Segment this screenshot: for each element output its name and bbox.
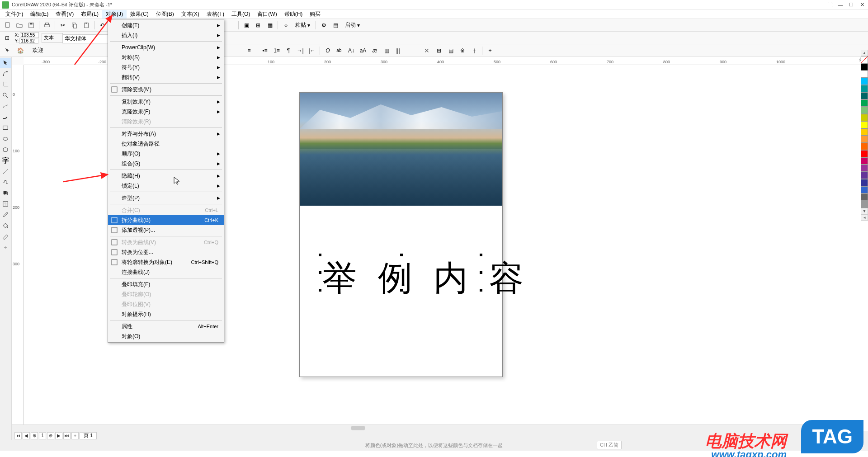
menu-item[interactable]: 符号(Y)▶ [108, 62, 224, 72]
copy-icon[interactable] [70, 20, 80, 30]
palette-expand-icon[interactable]: ◂ [861, 214, 868, 221]
selection-handle[interactable] [480, 289, 482, 292]
selection-handle[interactable] [319, 289, 321, 292]
columns-icon[interactable]: ▥ [382, 46, 392, 56]
open-icon[interactable] [14, 20, 24, 30]
y-input[interactable] [19, 38, 38, 44]
fullscreen-icon[interactable]: ▣ [241, 20, 251, 30]
pick-tool-icon[interactable] [0, 58, 11, 68]
text-a-icon[interactable]: A↓ [346, 46, 356, 56]
menu-item[interactable]: 创建(T)▶ [108, 20, 224, 30]
menu-item[interactable]: 叠印填充(F) [108, 279, 224, 289]
maximize-icon[interactable]: ☐ [847, 1, 855, 9]
connector-icon[interactable] [0, 177, 11, 187]
menu-item[interactable]: 对象(O) [108, 331, 224, 341]
shape-tool-icon[interactable] [0, 69, 11, 79]
color-swatch[interactable] [861, 143, 868, 150]
color-swatch[interactable] [861, 99, 868, 107]
home-icon[interactable]: 🏠 [15, 46, 25, 56]
menu-file[interactable]: 文件(F) [2, 10, 27, 19]
menu-item[interactable]: 属性Alt+Enter [108, 321, 224, 331]
menu-bitmap[interactable]: 位图(B) [152, 10, 178, 19]
menu-item[interactable]: 连接曲线(J) [108, 267, 224, 277]
text-a2-icon[interactable]: aA [358, 46, 368, 56]
menu-window[interactable]: 窗口(W) [254, 10, 280, 19]
menu-item[interactable]: 对齐与分布(A)▶ [108, 129, 224, 139]
launch-dropdown[interactable]: 启动 ▾ [342, 20, 363, 30]
ellipse-tool-icon[interactable] [0, 134, 11, 144]
color-swatch[interactable] [861, 193, 868, 201]
menu-item[interactable]: 翻转(V)▶ [108, 72, 224, 82]
menu-item[interactable]: 使对象适合路径 [108, 139, 224, 149]
menu-item[interactable]: 清除变换(M) [108, 85, 224, 94]
menu-object[interactable]: 对象(J) [102, 10, 127, 19]
color-swatch[interactable] [861, 128, 868, 136]
no-color-swatch[interactable] [861, 56, 868, 63]
new-doc-icon[interactable] [3, 20, 13, 30]
origin-icon[interactable]: ⊡ [3, 33, 12, 43]
transparency-icon[interactable] [0, 199, 11, 209]
color-swatch[interactable] [861, 92, 868, 99]
menu-table[interactable]: 表格(T) [203, 10, 228, 19]
menu-item[interactable]: 隐藏(H)▶ [108, 171, 224, 181]
menu-item[interactable]: 添加透视(P)... [108, 225, 224, 235]
color-swatch[interactable] [861, 121, 868, 128]
menu-layout[interactable]: 布局(L) [77, 10, 102, 19]
freehand-tool-icon[interactable] [0, 101, 11, 111]
menu-item[interactable]: 组合(G)▶ [108, 159, 224, 169]
horizontal-scrollbar[interactable] [12, 424, 861, 431]
add-tool-icon[interactable]: ＋ [0, 242, 11, 252]
selection-handle[interactable] [400, 289, 403, 292]
ab-icon[interactable]: ab| [335, 46, 344, 56]
selection-handle[interactable] [480, 254, 482, 256]
text-dir-icon[interactable]: ‖| [393, 46, 403, 56]
scrollbar-thumb[interactable] [351, 426, 365, 430]
add-page-after-icon[interactable]: ⊕ [47, 432, 54, 439]
color-swatch[interactable] [861, 136, 868, 143]
shrink-icon[interactable]: ⛶ [826, 1, 834, 9]
paste-dropdown[interactable]: 粘贴 ▾ [292, 20, 313, 30]
wrap-icon[interactable]: ▤ [446, 46, 456, 56]
menu-effect[interactable]: 效果(C) [127, 10, 152, 19]
menu-item[interactable]: 克隆效果(F)▶ [108, 107, 224, 117]
eyedropper-icon[interactable] [0, 210, 11, 220]
menu-item[interactable]: 锁定(L)▶ [108, 181, 224, 191]
close-icon[interactable]: ✕ [858, 1, 866, 9]
color-swatch[interactable] [861, 150, 868, 157]
indent-inc-icon[interactable]: →| [295, 46, 305, 56]
color-swatch[interactable] [861, 165, 868, 172]
snap-icon[interactable]: ⟐ [281, 20, 291, 30]
crop-tool-icon[interactable] [0, 80, 11, 90]
cut-icon[interactable]: ✂ [58, 20, 68, 30]
color-swatch[interactable] [861, 63, 868, 71]
palette-up-icon[interactable]: ▲ [861, 50, 868, 56]
color-swatch[interactable] [861, 85, 868, 92]
menu-help[interactable]: 帮助(H) [281, 10, 307, 19]
outline-tool-icon[interactable] [0, 231, 11, 241]
order-icon[interactable]: ※ [458, 46, 467, 56]
undo-icon[interactable]: ↶ [97, 20, 107, 30]
paste-icon[interactable] [81, 20, 91, 30]
first-page-icon[interactable]: ⏮ [14, 432, 22, 439]
selection-handle[interactable] [400, 254, 403, 256]
menu-item[interactable]: 将轮廓转换为对象(E)Ctrl+Shift+Q [108, 257, 224, 267]
align-guides-icon[interactable]: ⟊ [469, 46, 479, 56]
parallel-dim-icon[interactable] [0, 166, 11, 176]
polygon-tool-icon[interactable] [0, 145, 11, 155]
grid-icon[interactable]: ▦ [265, 20, 275, 30]
color-swatch[interactable] [861, 107, 868, 114]
rectangle-tool-icon[interactable] [0, 123, 11, 133]
add-page-before-icon[interactable]: ⊕ [31, 432, 38, 439]
menu-item[interactable]: 对象提示(H) [108, 309, 224, 319]
show-rulers-icon[interactable]: ⊞ [253, 20, 263, 30]
add-icon[interactable]: ＋ [485, 46, 495, 56]
next-page-icon[interactable]: ▶ [55, 432, 62, 439]
bullets-icon[interactable]: ⦁≡ [260, 46, 270, 56]
selection-handle[interactable] [319, 271, 321, 274]
selection-handle[interactable] [480, 271, 482, 274]
color-swatch[interactable] [861, 78, 868, 85]
zoom-tool-icon[interactable] [0, 90, 11, 100]
prev-page-icon[interactable]: ◀ [23, 432, 30, 439]
menu-item[interactable]: PowerClip(W)▶ [108, 42, 224, 52]
drop-shadow-icon[interactable] [0, 188, 11, 198]
